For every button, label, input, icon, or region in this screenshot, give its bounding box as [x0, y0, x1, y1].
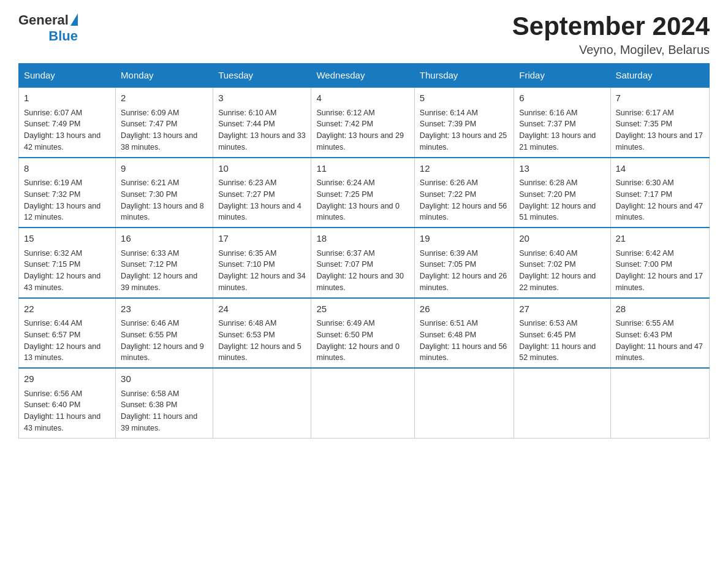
calendar-cell	[311, 368, 414, 438]
day-info: Sunrise: 6:37 AMSunset: 7:07 PMDaylight:…	[316, 249, 403, 292]
day-number: 12	[420, 162, 509, 176]
day-info: Sunrise: 6:55 AMSunset: 6:43 PMDaylight:…	[616, 319, 703, 362]
calendar-cell: 25Sunrise: 6:49 AMSunset: 6:50 PMDayligh…	[311, 298, 414, 369]
day-number: 3	[218, 91, 306, 105]
weekday-header-wednesday: Wednesday	[311, 64, 414, 88]
day-number: 2	[121, 91, 208, 105]
day-info: Sunrise: 6:35 AMSunset: 7:10 PMDaylight:…	[218, 249, 305, 292]
calendar-title: September 2024	[512, 12, 710, 40]
day-number: 11	[316, 162, 409, 176]
day-info: Sunrise: 6:42 AMSunset: 7:00 PMDaylight:…	[616, 249, 703, 292]
day-info: Sunrise: 6:17 AMSunset: 7:35 PMDaylight:…	[616, 109, 703, 151]
calendar-cell: 7Sunrise: 6:17 AMSunset: 7:35 PMDaylight…	[610, 87, 710, 158]
day-number: 18	[316, 232, 409, 246]
weekday-header-monday: Monday	[116, 64, 213, 88]
calendar-cell	[414, 368, 514, 438]
calendar-cell	[610, 368, 710, 438]
day-info: Sunrise: 6:49 AMSunset: 6:50 PMDaylight:…	[316, 319, 400, 362]
day-info: Sunrise: 6:26 AMSunset: 7:22 PMDaylight:…	[420, 178, 507, 221]
logo: General Blue	[18, 12, 78, 44]
calendar-cell: 9Sunrise: 6:21 AMSunset: 7:30 PMDaylight…	[116, 158, 213, 228]
day-number: 7	[616, 91, 705, 105]
day-number: 15	[24, 232, 110, 246]
calendar-cell: 12Sunrise: 6:26 AMSunset: 7:22 PMDayligh…	[414, 158, 514, 228]
day-number: 20	[519, 232, 605, 246]
week-row-5: 29Sunrise: 6:56 AMSunset: 6:40 PMDayligh…	[19, 368, 710, 438]
day-info: Sunrise: 6:14 AMSunset: 7:39 PMDaylight:…	[420, 109, 507, 151]
day-number: 13	[519, 162, 605, 176]
day-number: 1	[24, 91, 110, 105]
calendar-cell: 29Sunrise: 6:56 AMSunset: 6:40 PMDayligh…	[19, 368, 116, 438]
calendar-cell: 27Sunrise: 6:53 AMSunset: 6:45 PMDayligh…	[514, 298, 610, 369]
calendar-cell: 21Sunrise: 6:42 AMSunset: 7:00 PMDayligh…	[610, 228, 710, 298]
day-info: Sunrise: 6:12 AMSunset: 7:42 PMDaylight:…	[316, 109, 403, 151]
logo-blue-text: Blue	[48, 28, 78, 44]
day-info: Sunrise: 6:51 AMSunset: 6:48 PMDaylight:…	[420, 319, 507, 362]
calendar-cell: 11Sunrise: 6:24 AMSunset: 7:25 PMDayligh…	[311, 158, 414, 228]
day-number: 10	[218, 162, 306, 176]
day-number: 29	[24, 372, 110, 386]
day-number: 27	[519, 302, 605, 316]
day-number: 4	[316, 91, 409, 105]
calendar-cell: 20Sunrise: 6:40 AMSunset: 7:02 PMDayligh…	[514, 228, 610, 298]
weekday-header-saturday: Saturday	[610, 64, 710, 88]
day-info: Sunrise: 6:48 AMSunset: 6:53 PMDaylight:…	[218, 319, 301, 362]
day-info: Sunrise: 6:33 AMSunset: 7:12 PMDaylight:…	[121, 249, 197, 292]
day-number: 22	[24, 302, 110, 316]
location-subtitle: Veyno, Mogilev, Belarus	[512, 43, 710, 57]
day-number: 24	[218, 302, 306, 316]
calendar-cell: 28Sunrise: 6:55 AMSunset: 6:43 PMDayligh…	[610, 298, 710, 369]
day-info: Sunrise: 6:30 AMSunset: 7:17 PMDaylight:…	[616, 178, 703, 221]
day-number: 25	[316, 302, 409, 316]
calendar-cell: 17Sunrise: 6:35 AMSunset: 7:10 PMDayligh…	[213, 228, 311, 298]
calendar-cell: 1Sunrise: 6:07 AMSunset: 7:49 PMDaylight…	[19, 87, 116, 158]
day-number: 23	[121, 302, 208, 316]
calendar-cell: 22Sunrise: 6:44 AMSunset: 6:57 PMDayligh…	[19, 298, 116, 369]
week-row-1: 1Sunrise: 6:07 AMSunset: 7:49 PMDaylight…	[19, 87, 710, 158]
day-number: 19	[420, 232, 509, 246]
day-number: 5	[420, 91, 509, 105]
day-info: Sunrise: 6:46 AMSunset: 6:55 PMDaylight:…	[121, 319, 204, 362]
calendar-cell: 4Sunrise: 6:12 AMSunset: 7:42 PMDaylight…	[311, 87, 414, 158]
weekday-header-thursday: Thursday	[414, 64, 514, 88]
week-row-3: 15Sunrise: 6:32 AMSunset: 7:15 PMDayligh…	[19, 228, 710, 298]
calendar-cell: 24Sunrise: 6:48 AMSunset: 6:53 PMDayligh…	[213, 298, 311, 369]
calendar-cell: 13Sunrise: 6:28 AMSunset: 7:20 PMDayligh…	[514, 158, 610, 228]
weekday-header-tuesday: Tuesday	[213, 64, 311, 88]
day-info: Sunrise: 6:19 AMSunset: 7:32 PMDaylight:…	[24, 178, 100, 221]
weekday-header-friday: Friday	[514, 64, 610, 88]
title-block: September 2024 Veyno, Mogilev, Belarus	[512, 12, 710, 57]
calendar-cell: 5Sunrise: 6:14 AMSunset: 7:39 PMDaylight…	[414, 87, 514, 158]
calendar-cell: 16Sunrise: 6:33 AMSunset: 7:12 PMDayligh…	[116, 228, 213, 298]
day-number: 16	[121, 232, 208, 246]
day-number: 30	[121, 372, 208, 386]
calendar-cell: 15Sunrise: 6:32 AMSunset: 7:15 PMDayligh…	[19, 228, 116, 298]
day-info: Sunrise: 6:10 AMSunset: 7:44 PMDaylight:…	[218, 109, 305, 151]
calendar-cell: 2Sunrise: 6:09 AMSunset: 7:47 PMDaylight…	[116, 87, 213, 158]
day-info: Sunrise: 6:32 AMSunset: 7:15 PMDaylight:…	[24, 249, 100, 292]
day-number: 9	[121, 162, 208, 176]
calendar-cell: 10Sunrise: 6:23 AMSunset: 7:27 PMDayligh…	[213, 158, 311, 228]
day-info: Sunrise: 6:16 AMSunset: 7:37 PMDaylight:…	[519, 109, 596, 151]
day-number: 26	[420, 302, 509, 316]
day-info: Sunrise: 6:09 AMSunset: 7:47 PMDaylight:…	[121, 109, 197, 151]
calendar-cell: 23Sunrise: 6:46 AMSunset: 6:55 PMDayligh…	[116, 298, 213, 369]
day-info: Sunrise: 6:28 AMSunset: 7:20 PMDaylight:…	[519, 178, 596, 221]
day-info: Sunrise: 6:58 AMSunset: 6:38 PMDaylight:…	[121, 389, 197, 432]
day-info: Sunrise: 6:23 AMSunset: 7:27 PMDaylight:…	[218, 178, 301, 221]
calendar-cell	[514, 368, 610, 438]
calendar-cell: 26Sunrise: 6:51 AMSunset: 6:48 PMDayligh…	[414, 298, 514, 369]
day-number: 14	[616, 162, 705, 176]
calendar-cell: 8Sunrise: 6:19 AMSunset: 7:32 PMDaylight…	[19, 158, 116, 228]
day-number: 6	[519, 91, 605, 105]
day-info: Sunrise: 6:07 AMSunset: 7:49 PMDaylight:…	[24, 109, 100, 151]
day-number: 17	[218, 232, 306, 246]
week-row-4: 22Sunrise: 6:44 AMSunset: 6:57 PMDayligh…	[19, 298, 710, 369]
day-info: Sunrise: 6:24 AMSunset: 7:25 PMDaylight:…	[316, 178, 400, 221]
day-info: Sunrise: 6:53 AMSunset: 6:45 PMDaylight:…	[519, 319, 596, 362]
day-info: Sunrise: 6:44 AMSunset: 6:57 PMDaylight:…	[24, 319, 100, 362]
day-info: Sunrise: 6:21 AMSunset: 7:30 PMDaylight:…	[121, 178, 204, 221]
calendar-cell: 3Sunrise: 6:10 AMSunset: 7:44 PMDaylight…	[213, 87, 311, 158]
weekday-header-sunday: Sunday	[19, 64, 116, 88]
calendar-cell: 6Sunrise: 6:16 AMSunset: 7:37 PMDaylight…	[514, 87, 610, 158]
